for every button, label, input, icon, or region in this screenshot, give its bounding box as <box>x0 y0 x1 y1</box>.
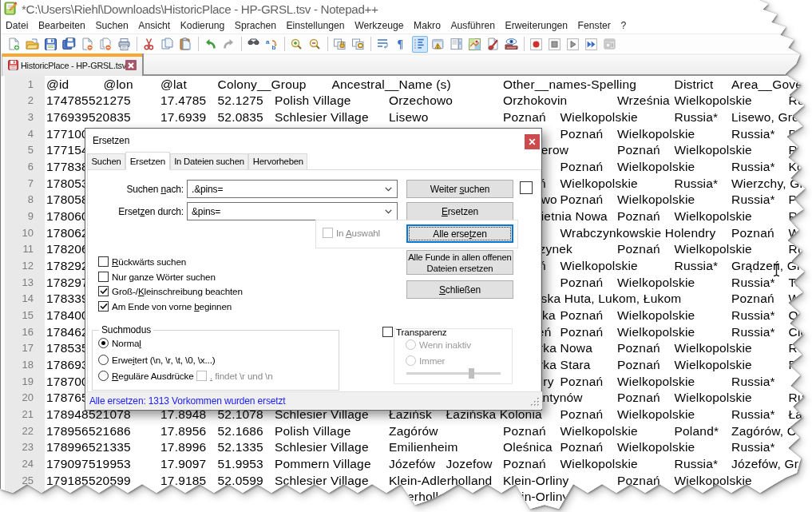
find-next-button[interactable]: Weiter suchen <box>406 180 513 198</box>
checkbox-box <box>98 301 109 312</box>
sync-vertical-icon[interactable] <box>332 36 348 53</box>
menu-item-werkzeuge[interactable]: Werkzeuge <box>355 20 403 31</box>
radio-dot <box>98 355 109 365</box>
zoom-out-icon[interactable] <box>307 36 323 53</box>
menu-item-bearbeiten[interactable]: Bearbeiten <box>38 20 85 31</box>
show-all-characters-icon[interactable]: ¶ <box>394 36 410 53</box>
always-radio[interactable]: Immer <box>406 355 445 366</box>
wraparound-checkbox[interactable]: Am Ende von vorne beginnen <box>98 301 232 312</box>
dialog-close-button[interactable] <box>525 134 540 149</box>
toolbar-separator <box>327 37 328 51</box>
slider-thumb[interactable] <box>469 368 474 379</box>
title-bar[interactable]: *C:\Users\Riehl\Downloads\HistoricPlace … <box>2 0 812 18</box>
svg-text:¶: ¶ <box>397 38 403 50</box>
regex-radio[interactable]: Reguläre Ausdrücke <box>98 371 194 381</box>
replace-icon[interactable]: ab <box>264 36 280 53</box>
word-wrap-icon[interactable] <box>375 36 391 53</box>
tab-close-button[interactable] <box>125 60 137 70</box>
macro-run-multiple-icon[interactable] <box>584 36 600 53</box>
find-what-combobox[interactable]: .&pins= <box>187 180 398 198</box>
dialog-tab-hervorheben[interactable]: Hervorheben <box>248 153 307 170</box>
two-buttons-mode-checkbox[interactable] <box>520 181 533 194</box>
checkbox-box <box>98 256 109 267</box>
macro-save-icon[interactable] <box>602 36 618 53</box>
dialog-tab-suchen[interactable]: Suchen <box>87 153 125 170</box>
replace-dialog: Ersetzen SuchenErsetzenIn Dateien suchen… <box>85 128 542 411</box>
backward-checkbox[interactable]: Rückwärts suchen <box>98 256 186 267</box>
define-language-icon[interactable] <box>430 36 446 53</box>
menu-item-einstellungen[interactable]: Einstellungen <box>286 20 344 31</box>
folder-as-workspace-icon[interactable] <box>485 36 501 53</box>
on-losing-focus-radio[interactable]: Wenn inaktiv <box>406 339 471 350</box>
menu-item-fenster[interactable]: Fenster <box>578 20 611 31</box>
menu-item-erweiterungen[interactable]: Erweiterungen <box>505 20 568 31</box>
dialog-title-bar[interactable]: Ersetzen <box>85 129 541 152</box>
replace-with-combobox[interactable]: &pins= <box>187 202 398 220</box>
menu-item-ausfhren[interactable]: Ausführen <box>450 20 495 31</box>
close-dialog-button[interactable]: Schließen <box>406 280 513 299</box>
find-what-label: Suchen nach: <box>85 184 184 195</box>
macro-play-icon[interactable] <box>565 36 581 53</box>
toolbar-separator <box>137 37 137 51</box>
svg-text:a: a <box>266 38 270 46</box>
normal-radio[interactable]: Normal <box>98 338 141 348</box>
open-file-icon[interactable] <box>25 36 41 53</box>
zoom-in-icon[interactable] <box>289 36 305 53</box>
save-all-icon[interactable] <box>61 36 77 53</box>
in-selection-checkbox[interactable]: In Auswahl <box>323 228 380 238</box>
chevron-down-icon[interactable] <box>385 187 391 193</box>
editor-line: 174785521275 17.4785 52.1275 Polish Vill… <box>46 93 812 109</box>
copy-icon[interactable] <box>160 36 176 53</box>
extended-radio[interactable]: Erweitert (\n, \r, \t, \0, \x...) <box>98 355 216 365</box>
menu-item-sprachen[interactable]: Sprachen <box>235 20 276 31</box>
replace-button[interactable]: Ersetzen <box>406 202 513 220</box>
chevron-down-icon[interactable] <box>385 209 391 216</box>
monitoring-icon[interactable] <box>504 36 520 53</box>
radio-label: Erweitert (\n, \r, \t, \0, \x...) <box>112 355 216 365</box>
checkbox-label: Groß-/Kleinschreibung beachten <box>112 286 243 296</box>
function-list-icon[interactable] <box>467 36 483 53</box>
checkbox-box <box>323 228 333 238</box>
matchcase-checkbox[interactable]: Groß-/Kleinschreibung beachten <box>98 286 243 296</box>
radio-label: Immer <box>419 355 445 366</box>
find-what-value: .&pins= <box>192 184 223 195</box>
wholeword-checkbox[interactable]: Nur ganze Wörter suchen <box>98 272 216 282</box>
editor-line: 178996521335 17.8996 52.1335 Schlesier V… <box>46 439 775 456</box>
radio-dot <box>98 338 109 348</box>
tab-historicplace[interactable]: HistoricPlace - HP-GRSL.tsv <box>2 54 144 76</box>
menu-item-ansicht[interactable]: Ansicht <box>138 20 170 31</box>
menu-item-datei[interactable]: Datei <box>6 20 28 31</box>
menu-item-kodierung[interactable]: Kodierung <box>180 20 225 31</box>
find-icon[interactable] <box>246 36 262 53</box>
print-icon[interactable] <box>117 36 133 53</box>
toolbar-separator <box>198 37 199 51</box>
new-file-icon[interactable] <box>6 36 22 53</box>
macro-stop-icon[interactable] <box>547 36 563 53</box>
indent-guide-icon[interactable] <box>412 36 428 53</box>
menu-item-suchen[interactable]: Suchen <box>95 20 128 31</box>
replace-all-open-docs-button[interactable]: Alle Funde in allen offenenDateien erset… <box>406 250 513 275</box>
macro-record-icon[interactable] <box>529 36 545 53</box>
transparency-slider[interactable] <box>406 368 501 379</box>
resize-grip[interactable] <box>530 397 541 407</box>
dialog-tab-in-dateien-suchen[interactable]: In Dateien suchen <box>170 153 249 170</box>
save-icon[interactable] <box>43 36 59 53</box>
replace-all-button[interactable]: Alle ersetzen <box>406 224 513 243</box>
paste-icon[interactable] <box>178 36 194 53</box>
redo-icon[interactable] <box>221 36 237 53</box>
tab-label: HistoricPlace - HP-GRSL.tsv <box>21 61 126 70</box>
close-file-icon[interactable] <box>80 36 96 53</box>
dialog-tab-ersetzen[interactable]: Ersetzen <box>125 152 170 170</box>
close-all-files-icon[interactable] <box>98 36 114 53</box>
sync-horizontal-icon[interactable] <box>351 36 366 53</box>
document-map-icon[interactable] <box>449 36 465 53</box>
close-icon <box>128 62 134 69</box>
menu-item-?[interactable]: ? <box>620 20 626 31</box>
menu-item-makro[interactable]: Makro <box>414 20 441 31</box>
window-title: *C:\Users\Riehl\Downloads\HistoricPlace … <box>22 2 378 16</box>
active-tab-accent <box>2 54 142 57</box>
dot-matches-newline-checkbox[interactable]: . findet \r und \n <box>196 371 273 381</box>
cut-icon[interactable] <box>141 36 157 53</box>
undo-icon[interactable] <box>203 36 219 53</box>
torn-screenshot: *C:\Users\Riehl\Downloads\HistoricPlace … <box>0 0 812 512</box>
